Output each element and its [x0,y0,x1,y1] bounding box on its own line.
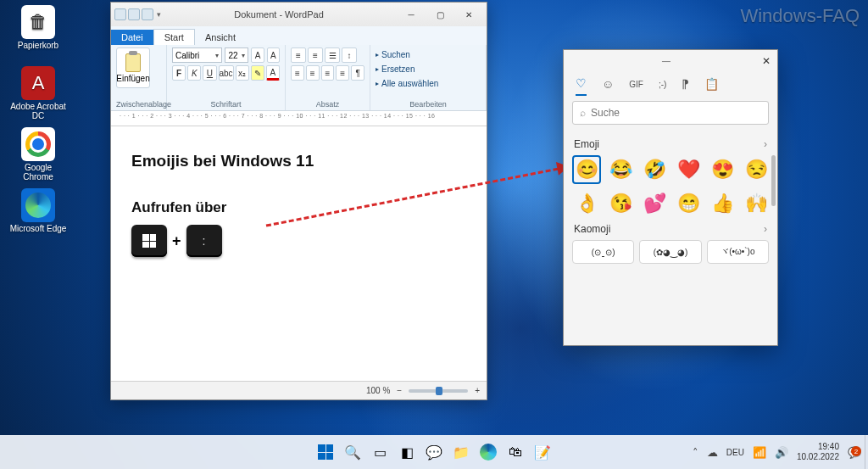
emoji-item[interactable]: 👍 [708,189,737,218]
desktop-icon-edge[interactable]: Microsoft Edge [8,188,68,233]
maximize-button[interactable]: ▢ [426,5,454,24]
file-tab[interactable]: Datei [111,30,153,45]
chevron-right-icon[interactable]: › [764,138,767,150]
zoom-out-button[interactable]: − [397,386,402,395]
document-area[interactable]: Emoijis bei Windows 11 Aufrufen über + : [111,126,487,381]
font-color-button[interactable]: A [266,65,280,81]
chrome-icon [21,127,55,161]
language-indicator[interactable]: DEU [726,448,744,457]
find-button[interactable]: Suchen [376,47,481,61]
emoji-tab-gif[interactable]: GIF [629,72,643,96]
emoji-item[interactable]: 😊 [572,155,601,184]
align-center-button[interactable]: ≡ [306,65,320,81]
paste-button[interactable]: Einfügen [116,47,150,88]
qat-save-icon[interactable] [114,8,126,20]
emoji-item[interactable]: 😁 [674,189,703,218]
group-edit-label: Bearbeiten [376,100,481,109]
show-desktop-strip[interactable] [865,435,868,469]
tray-chevron-icon[interactable]: ˄ [693,446,698,459]
close-button[interactable]: ✕ [454,5,483,24]
underline-button[interactable]: U [203,65,216,81]
emoji-tab-recent[interactable]: ♡ [576,72,587,96]
drag-handle-icon[interactable]: ─ [662,54,670,68]
file-explorer-icon[interactable]: 📁 [450,441,472,463]
inc-indent-button[interactable]: ≡ [308,47,323,63]
wifi-icon[interactable]: 📶 [753,446,766,459]
qat-undo-icon[interactable] [128,8,140,20]
group-font-label: Schriftart [172,100,280,109]
strike-button[interactable]: abc [219,65,234,81]
font-name-combo[interactable]: Calibri [172,47,222,63]
desktop-icon-recycle-bin[interactable]: 🗑 Papierkorb [8,5,68,50]
zoom-slider[interactable] [409,389,468,393]
store-icon[interactable]: 🛍 [504,441,526,463]
grow-font-button[interactable]: A [251,47,264,63]
line-spacing-button[interactable]: ↕ [342,47,357,63]
italic-button[interactable]: K [187,65,201,81]
dec-indent-button[interactable]: ≡ [291,47,306,63]
minimize-button[interactable]: ─ [397,5,426,24]
task-view-icon[interactable]: ▭ [369,441,391,463]
desktop-icon-label: Adobe Acrobat DC [8,102,68,120]
tab-view[interactable]: Ansicht [195,30,246,45]
desktop-icon-chrome[interactable]: Google Chrome [8,127,68,181]
select-all-button[interactable]: Alle auswählen [376,76,481,90]
font-size-combo[interactable]: 22 [225,47,248,63]
chat-icon[interactable]: 💬 [423,441,445,463]
doc-heading-2: Aufrufen über [131,199,466,216]
chevron-right-icon[interactable]: › [764,223,767,235]
replace-button[interactable]: Ersetzen [376,62,481,75]
clock-date: 10.02.2022 [797,452,839,462]
emoji-item[interactable]: 💕 [640,189,669,218]
kaomoji-item[interactable]: (⊙ˍ⊙) [572,240,634,264]
desktop-icon-acrobat[interactable]: A Adobe Acrobat DC [8,66,68,120]
emoji-item[interactable]: 😂 [606,155,635,184]
kaomoji-section-label: Kaomoji [574,223,610,235]
emoji-panel-close-button[interactable]: ✕ [762,55,771,67]
widgets-icon[interactable]: ◧ [396,441,418,463]
highlight-button[interactable]: ✎ [251,65,264,81]
titlebar[interactable]: ▾ Dokument - WordPad ─ ▢ ✕ [111,3,487,26]
tab-start[interactable]: Start [153,29,195,45]
emoji-tab-symbols[interactable]: ⁋ [682,72,689,96]
clipboard-icon [125,53,141,72]
emoji-tab-kaomoji[interactable]: ;-) [659,72,666,96]
kaomoji-item[interactable]: ヾ(•ω•`)o [707,240,769,264]
align-left-button[interactable]: ≡ [291,65,304,81]
emoji-panel: ─ ✕ ♡ ☺ GIF ;-) ⁋ 📋 ⌕ Emoji › 😊 😂 🤣 ❤️ 😍… [563,49,778,346]
search-icon: ⌕ [580,107,586,119]
kaomoji-item[interactable]: (✿◕‿◕) [639,240,701,264]
taskbar-edge-icon[interactable] [477,441,499,463]
ruler[interactable]: · · · 1 · · · 2 · · · 3 · · · 4 · · · 5 … [111,111,487,126]
bold-button[interactable]: F [172,65,186,81]
emoji-item[interactable]: 😍 [708,155,737,184]
emoji-item[interactable]: 👌 [572,189,601,218]
onedrive-icon[interactable]: ☁ [707,446,718,459]
scrollbar[interactable] [771,155,776,206]
subscript-button[interactable]: x₂ [236,65,249,81]
taskbar-wordpad-icon[interactable]: 📝 [531,441,554,463]
start-button[interactable] [314,441,337,463]
taskbar-clock[interactable]: 19:40 10.02.2022 [797,442,839,462]
emoji-search-input[interactable] [591,107,761,119]
emoji-search[interactable]: ⌕ [572,101,769,125]
edge-icon [21,188,55,222]
desktop-icon-label: Papierkorb [8,41,68,50]
taskbar-search-icon[interactable]: 🔍 [342,441,364,463]
emoji-item[interactable]: 😘 [606,189,635,218]
emoji-tab-clipboard[interactable]: 📋 [704,72,719,96]
emoji-item[interactable]: 🤣 [640,155,669,184]
zoom-in-button[interactable]: + [475,386,480,395]
paragraph-button[interactable]: ¶ [351,65,364,81]
shrink-font-button[interactable]: A [267,47,280,63]
bullets-button[interactable]: ☰ [325,47,340,63]
emoji-tab-emoji[interactable]: ☺ [602,72,614,96]
emoji-item[interactable]: ❤️ [674,155,703,184]
volume-icon[interactable]: 🔊 [775,446,788,459]
qat-redo-icon[interactable] [142,8,153,20]
align-right-button[interactable]: ≡ [321,65,335,81]
emoji-item[interactable]: 😒 [742,155,771,184]
justify-button[interactable]: ≡ [336,65,349,81]
emoji-item[interactable]: 🙌 [742,189,771,218]
doc-heading-1: Emoijis bei Windows 11 [131,152,466,170]
